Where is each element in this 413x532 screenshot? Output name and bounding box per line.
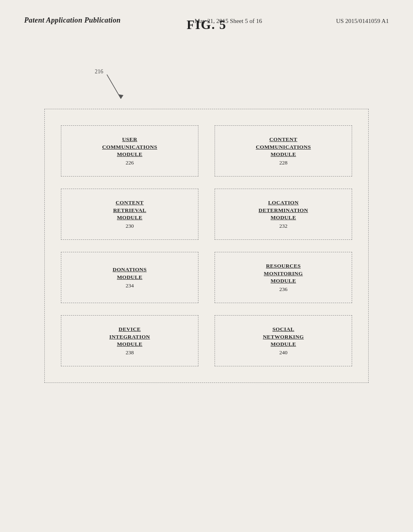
module-social-networking: SOCIALNETWORKINGMODULE 240 xyxy=(215,315,352,366)
module-location-determination-number: 232 xyxy=(279,223,287,229)
module-content-communications-title: CONTENTCOMMUNICATIONSMODULE xyxy=(256,136,311,159)
arrow-216 xyxy=(105,73,137,113)
module-device-integration: DEVICEINTEGRATIONMODULE 238 xyxy=(61,315,198,366)
svg-line-0 xyxy=(107,75,121,99)
svg-marker-1 xyxy=(119,94,123,99)
module-content-communications-number: 228 xyxy=(279,160,287,166)
modules-grid: USERCOMMUNICATIONSMODULE 226 CONTENTCOMM… xyxy=(61,125,352,366)
module-user-communications-number: 226 xyxy=(125,160,133,166)
module-content-communications: CONTENTCOMMUNICATIONSMODULE 228 xyxy=(215,125,352,177)
module-resources-monitoring: RESOURCESMONITORINGMODULE 236 xyxy=(215,252,352,303)
ref-label-216: 216 xyxy=(95,69,103,75)
module-location-determination-title: LOCATIONDETERMINATIONMODULE xyxy=(259,199,308,222)
module-donations-number: 234 xyxy=(125,283,133,289)
main-container-box: USERCOMMUNICATIONSMODULE 226 CONTENTCOMM… xyxy=(44,109,369,383)
module-resources-monitoring-title: RESOURCESMONITORINGMODULE xyxy=(264,262,303,285)
module-content-retrieval: CONTENTRETRIEVALMODULE 230 xyxy=(61,189,198,240)
module-content-retrieval-title: CONTENTRETRIEVALMODULE xyxy=(113,199,146,222)
module-social-networking-title: SOCIALNETWORKINGMODULE xyxy=(263,326,304,349)
module-social-networking-number: 240 xyxy=(279,349,287,356)
module-content-retrieval-number: 230 xyxy=(125,223,133,229)
module-donations-title: DONATIONSMODULE xyxy=(113,266,146,281)
module-user-communications-title: USERCOMMUNICATIONSMODULE xyxy=(102,136,157,159)
module-user-communications: USERCOMMUNICATIONSMODULE 226 xyxy=(61,125,198,177)
figure-label: FIG. 5 xyxy=(40,17,373,32)
module-donations: DONATIONSMODULE 234 xyxy=(61,252,198,303)
module-location-determination: LOCATIONDETERMINATIONMODULE 232 xyxy=(215,189,352,240)
module-resources-monitoring-number: 236 xyxy=(279,286,287,293)
page: Patent Application Publication May 21, 2… xyxy=(0,0,413,532)
module-device-integration-number: 238 xyxy=(125,349,133,356)
module-device-integration-title: DEVICEINTEGRATIONMODULE xyxy=(109,326,150,349)
